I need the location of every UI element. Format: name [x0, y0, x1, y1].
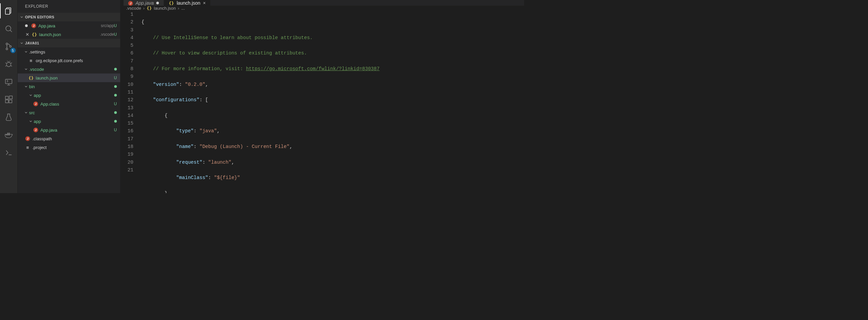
json-icon: {} — [32, 32, 37, 37]
tab-launch-json[interactable]: {} launch.json × — [164, 0, 211, 6]
file-classpath[interactable]: J .classpath — [18, 134, 120, 143]
folder-src-app[interactable]: app — [18, 117, 120, 125]
svg-line-3 — [10, 30, 12, 32]
java-icon: J — [128, 0, 133, 6]
file-prefs[interactable]: ≡ org.eclipse.jdt.core.prefs — [18, 56, 120, 65]
svg-point-5 — [6, 48, 8, 50]
git-dot — [114, 111, 117, 114]
line-number-gutter: 123456789101112131415161718192021 — [120, 11, 141, 193]
java-icon: J — [31, 23, 36, 28]
code-editor[interactable]: 123456789101112131415161718192021 { // U… — [120, 11, 524, 193]
java-icon: J — [25, 136, 30, 141]
svg-rect-16 — [7, 133, 8, 134]
editor-area: J App.java {} launch.json × .vscode › {}… — [120, 0, 524, 193]
svg-rect-12 — [9, 96, 12, 99]
activity-debug[interactable] — [0, 55, 18, 73]
close-icon[interactable] — [25, 32, 30, 37]
activity-terminal[interactable] — [0, 144, 18, 161]
java-icon: J — [33, 127, 38, 133]
explorer-sidebar: EXPLORER OPEN EDITORS J App.java src/app… — [18, 0, 120, 193]
json-icon: {} — [168, 0, 174, 6]
open-editor-app-java[interactable]: J App.java src/app U — [18, 21, 120, 30]
chevron-down-icon — [20, 41, 24, 45]
chevron-down-icon — [28, 119, 33, 124]
tab-bar: J App.java {} launch.json × — [120, 0, 524, 6]
chevron-down-icon — [24, 67, 28, 71]
chevron-right-icon: › — [178, 6, 179, 11]
activity-extensions[interactable] — [0, 90, 18, 108]
folder-bin[interactable]: bin — [18, 82, 120, 91]
open-editor-launch-json[interactable]: {} launch.json .vscode U — [18, 30, 120, 39]
svg-rect-1 — [5, 9, 10, 14]
activity-docker[interactable] — [0, 126, 18, 144]
file-app-class[interactable]: J App.class U — [18, 99, 120, 108]
folder-src[interactable]: src — [18, 108, 120, 117]
svg-point-6 — [10, 46, 11, 47]
git-dot — [114, 68, 117, 70]
svg-rect-9 — [5, 96, 8, 99]
folder-vscode[interactable]: .vscode — [18, 65, 120, 74]
chevron-right-icon: › — [143, 6, 145, 11]
svg-rect-8 — [5, 79, 12, 84]
git-status: U — [114, 23, 117, 28]
prefs-icon: ≡ — [28, 58, 34, 63]
breadcrumbs[interactable]: .vscode › {} launch.json › ... — [120, 6, 524, 11]
chevron-down-icon — [24, 50, 28, 54]
chevron-down-icon — [24, 110, 28, 115]
code-content[interactable]: { // Use IntelliSense to learn about pos… — [141, 11, 524, 193]
chevron-down-icon — [20, 15, 24, 19]
tab-app-java[interactable]: J App.java — [124, 0, 164, 6]
folder-settings[interactable]: .settings — [18, 48, 120, 56]
svg-point-4 — [6, 43, 8, 45]
svg-rect-10 — [5, 100, 8, 103]
git-dot — [114, 94, 117, 96]
svg-rect-11 — [9, 100, 12, 103]
git-dot — [114, 85, 117, 88]
file-project[interactable]: ≡ .project — [18, 143, 120, 152]
modified-dot-icon — [25, 24, 28, 27]
git-status: U — [114, 127, 117, 132]
activity-explorer[interactable] — [0, 2, 18, 20]
git-status: U — [114, 76, 117, 80]
git-status: U — [114, 32, 117, 37]
svg-point-2 — [6, 26, 11, 31]
folder-bin-app[interactable]: app — [18, 91, 120, 99]
project-header[interactable]: JAVA01 — [18, 39, 120, 48]
close-icon[interactable]: × — [203, 0, 206, 6]
json-icon: {} — [147, 6, 152, 11]
svg-rect-17 — [9, 133, 10, 134]
activity-search[interactable] — [0, 20, 18, 37]
breadcrumb-more[interactable]: ... — [181, 6, 185, 11]
svg-point-7 — [7, 62, 11, 66]
open-editors-header[interactable]: OPEN EDITORS — [18, 13, 120, 21]
file-app-java[interactable]: J App.java U — [18, 125, 120, 134]
breadcrumb-folder[interactable]: .vscode — [126, 6, 141, 11]
chevron-down-icon — [28, 93, 33, 97]
activity-bar: 5 — [0, 0, 18, 193]
java-icon: J — [33, 101, 38, 107]
breadcrumb-file[interactable]: launch.json — [154, 6, 176, 11]
activity-source-control[interactable]: 5 — [0, 37, 18, 55]
modified-dot-icon — [156, 2, 159, 4]
json-icon: {} — [28, 75, 34, 81]
git-dot — [114, 120, 117, 123]
git-status: U — [114, 101, 117, 106]
chevron-down-icon — [24, 84, 28, 89]
explorer-title: EXPLORER — [18, 0, 120, 13]
prefs-icon: ≡ — [25, 145, 30, 150]
source-control-badge: 5 — [10, 48, 16, 53]
overview-ruler[interactable] — [520, 11, 524, 193]
activity-remote[interactable] — [0, 73, 18, 90]
file-launch-json[interactable]: {} launch.json U — [18, 74, 120, 82]
activity-testing[interactable] — [0, 108, 18, 126]
